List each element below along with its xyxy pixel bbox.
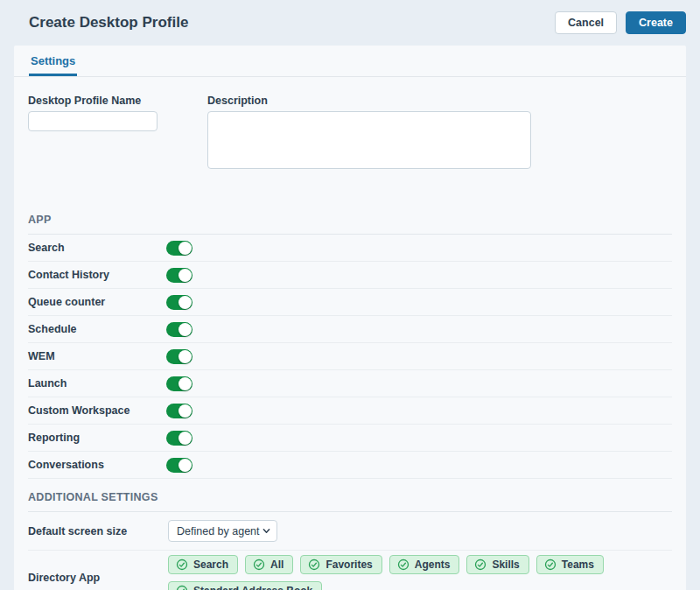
option-badge[interactable]: Standard Address Book: [168, 581, 322, 590]
app-toggle-label: Conversations: [28, 459, 166, 471]
directory-app-badges: Search All Favorites Agents Skills: [168, 555, 672, 590]
toggle-switch[interactable]: [166, 349, 192, 364]
app-toggle-label: Reporting: [28, 432, 166, 444]
option-badge-label: All: [270, 558, 284, 571]
app-toggle-row: Launch: [28, 370, 672, 397]
option-badge[interactable]: Skills: [466, 555, 528, 574]
toggle-knob: [178, 350, 192, 363]
page-header: Create Desktop Profile Cancel Create: [0, 0, 700, 46]
chevron-down-icon: [262, 527, 270, 535]
card-content: Desktop Profile Name Description APP Sea…: [14, 77, 686, 590]
settings-card: Settings Desktop Profile Name Descriptio…: [14, 46, 686, 590]
name-field-label: Desktop Profile Name: [28, 95, 158, 107]
toggle-knob: [178, 404, 192, 418]
check-circle-icon: [176, 585, 188, 590]
app-section: APP Search Contact History Queue counter…: [28, 209, 672, 479]
app-toggle-label: Contact History: [28, 269, 166, 281]
toggle-knob: [178, 432, 192, 445]
app-toggle-row: Custom Workspace: [28, 397, 672, 425]
check-circle-icon: [176, 558, 188, 571]
app-toggle-label: WEM: [28, 350, 166, 362]
toggle-knob: [178, 459, 192, 472]
option-badge[interactable]: Teams: [536, 555, 604, 574]
screen-size-select[interactable]: Defined by agent: [168, 520, 277, 542]
page-title: Create Desktop Profile: [29, 14, 188, 32]
app-toggle-label: Schedule: [28, 323, 166, 335]
header-actions: Cancel Create: [555, 11, 686, 35]
option-badge-label: Agents: [415, 558, 451, 571]
app-toggle-label: Search: [28, 242, 166, 254]
toggle-knob: [178, 296, 192, 309]
toggle-switch[interactable]: [166, 241, 192, 256]
cancel-button[interactable]: Cancel: [555, 11, 617, 35]
toggle-knob: [178, 323, 192, 336]
option-badge[interactable]: All: [245, 555, 293, 574]
app-section-title: APP: [28, 209, 672, 235]
app-toggle-rows: Search Contact History Queue counter Sch…: [28, 235, 672, 479]
additional-settings-title: ADDITIONAL SETTINGS: [28, 487, 672, 512]
check-circle-icon: [544, 558, 556, 571]
app-toggle-row: WEM: [28, 343, 672, 370]
toggle-knob: [178, 242, 192, 255]
app-toggle-row: Schedule: [28, 316, 672, 343]
check-circle-icon: [308, 558, 320, 571]
screen-size-label: Default screen size: [28, 525, 168, 537]
description-field-group: Description: [207, 95, 531, 172]
option-badge[interactable]: Favorites: [300, 555, 382, 574]
option-badge-label: Skills: [492, 558, 519, 571]
app-toggle-row: Contact History: [28, 262, 672, 289]
option-badge-label: Favorites: [326, 558, 372, 571]
option-badge[interactable]: Agents: [389, 555, 460, 574]
directory-app-row: Directory App Search All Favorites Agent…: [28, 551, 672, 590]
name-field-group: Desktop Profile Name: [28, 95, 158, 172]
app-toggle-row: Reporting: [28, 425, 672, 452]
option-badge[interactable]: Search: [168, 555, 238, 574]
app-toggle-label: Queue counter: [28, 296, 166, 308]
app-toggle-label: Launch: [28, 377, 166, 390]
toggle-switch[interactable]: [166, 376, 192, 391]
toggle-knob: [178, 269, 192, 282]
toggle-switch[interactable]: [166, 268, 192, 283]
profile-name-input[interactable]: [28, 111, 158, 131]
create-button[interactable]: Create: [626, 11, 686, 35]
toggle-switch[interactable]: [166, 404, 192, 418]
additional-settings-section: ADDITIONAL SETTINGS Default screen size …: [28, 487, 672, 590]
check-circle-icon: [474, 558, 486, 571]
check-circle-icon: [253, 558, 265, 571]
description-textarea[interactable]: [207, 111, 531, 169]
option-badge-label: Teams: [562, 558, 594, 571]
app-toggle-label: Custom Workspace: [28, 404, 166, 417]
toggle-switch[interactable]: [166, 431, 192, 446]
toggle-switch[interactable]: [166, 295, 192, 310]
app-toggle-row: Search: [28, 235, 672, 262]
toggle-switch[interactable]: [166, 458, 192, 473]
directory-app-label: Directory App: [28, 572, 168, 584]
toggle-knob: [178, 377, 192, 390]
option-badge-label: Search: [193, 558, 228, 571]
profile-form-row: Desktop Profile Name Description: [28, 95, 672, 172]
tab-settings[interactable]: Settings: [29, 46, 77, 76]
check-circle-icon: [397, 558, 410, 571]
screen-size-row: Default screen size Defined by agent: [28, 512, 672, 551]
tab-bar: Settings: [14, 46, 686, 77]
toggle-switch[interactable]: [166, 322, 192, 337]
option-badge-label: Standard Address Book: [193, 585, 312, 590]
screen-size-selected-value: Defined by agent: [177, 525, 260, 537]
app-toggle-row: Queue counter: [28, 289, 672, 316]
description-field-label: Description: [207, 95, 531, 107]
app-toggle-row: Conversations: [28, 452, 672, 479]
